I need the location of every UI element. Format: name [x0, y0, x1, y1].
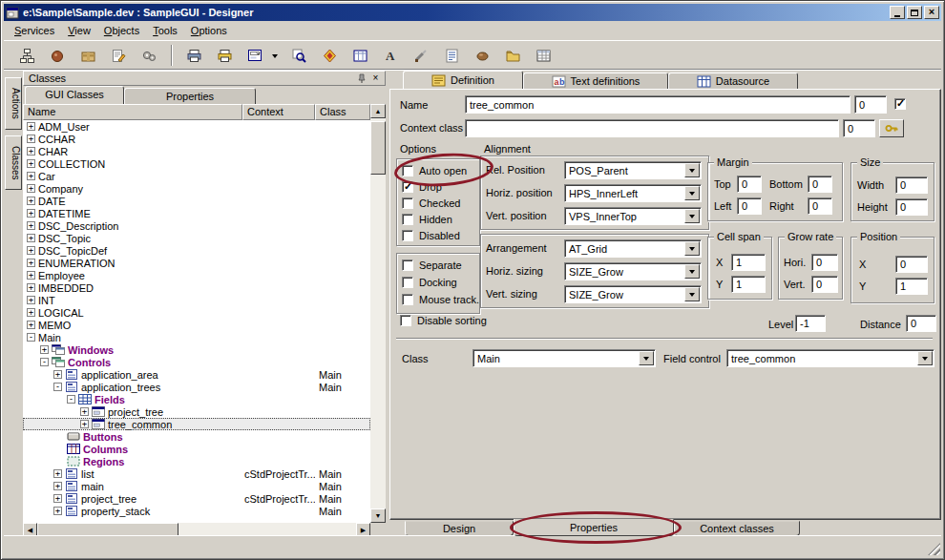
cell-span-x-input[interactable]: 1: [731, 254, 766, 271]
print-preview-icon[interactable]: [213, 44, 237, 68]
print-icon[interactable]: [182, 44, 206, 68]
tab-definition[interactable]: Definition: [403, 71, 523, 89]
select-vert-position[interactable]: VPS_InnerTop: [564, 207, 702, 225]
tree-row-property-stack[interactable]: +property_stackMain: [23, 505, 370, 517]
tree-row-employee[interactable]: +Employee: [23, 269, 370, 281]
context-class-input[interactable]: [465, 119, 839, 137]
expand-icon[interactable]: +: [27, 221, 35, 230]
tab-context-classes[interactable]: Context classes: [674, 521, 800, 536]
expand-icon[interactable]: +: [53, 370, 62, 379]
menu-item-options[interactable]: Options: [184, 23, 234, 38]
margin-top-input[interactable]: 0: [737, 176, 762, 193]
tree-row-windows[interactable]: +Windows: [23, 343, 370, 356]
option-auto-open[interactable]: Auto open: [402, 165, 467, 176]
report-icon[interactable]: [440, 44, 464, 68]
checkbox-separate[interactable]: [402, 259, 413, 271]
tree-row-imbedded[interactable]: +IMBEDDED: [23, 281, 370, 294]
tab-properties[interactable]: Properties: [514, 519, 674, 536]
checkbox-drop[interactable]: [402, 181, 413, 193]
option-checked[interactable]: Checked: [402, 197, 460, 209]
expand-icon[interactable]: +: [27, 135, 35, 143]
tools-icon[interactable]: [410, 44, 433, 68]
margin-right-input[interactable]: 0: [808, 197, 832, 215]
field-control-select[interactable]: tree_common: [726, 349, 934, 367]
edit-source-icon[interactable]: [107, 44, 131, 68]
expand-icon[interactable]: +: [53, 494, 62, 503]
chevron-down-icon[interactable]: [684, 209, 700, 223]
expand-icon[interactable]: +: [27, 246, 35, 255]
expand-icon[interactable]: +: [80, 407, 89, 416]
size-height-input[interactable]: 0: [895, 198, 928, 216]
name-index-input[interactable]: 0: [854, 95, 887, 114]
expand-icon[interactable]: +: [27, 283, 35, 292]
scroll-down-arrow[interactable]: ▼: [370, 508, 386, 523]
context-index-input[interactable]: 0: [843, 119, 875, 137]
side-tab-actions[interactable]: Actions: [5, 77, 22, 130]
expand-icon[interactable]: +: [27, 308, 35, 317]
tree-row-columns[interactable]: Columns: [23, 443, 370, 455]
tree-row-dsc-topicdef[interactable]: +DSC_TopicDef: [23, 244, 370, 257]
select-vert-sizing[interactable]: SIZE_Grow: [564, 285, 702, 303]
option-drop[interactable]: Drop: [402, 181, 442, 193]
select-arrangement[interactable]: AT_Grid: [564, 239, 702, 258]
expand-icon[interactable]: +: [40, 345, 49, 354]
tree-row-adm-user[interactable]: +ADM_User: [23, 120, 370, 133]
tree-row-company[interactable]: +Company: [23, 182, 370, 195]
margin-left-input[interactable]: 0: [737, 197, 762, 215]
expand-icon[interactable]: +: [53, 507, 62, 515]
expand-icon[interactable]: +: [53, 469, 62, 478]
position-x-input[interactable]: 0: [895, 256, 928, 273]
expand-icon[interactable]: +: [27, 234, 35, 242]
tab-text-definitions[interactable]: abText definitions: [523, 73, 668, 89]
column-header-name[interactable]: Name: [23, 104, 242, 120]
grow-rate-hori-input[interactable]: 0: [811, 254, 838, 271]
disable-sorting-option[interactable]: Disable sorting: [400, 315, 487, 326]
title-bar[interactable]: e:\Sample\Sample.dev : SampleGUI - Desig…: [4, 4, 941, 21]
tree-row-char[interactable]: +CHAR: [23, 145, 370, 157]
chevron-down-icon[interactable]: [684, 186, 700, 200]
close-icon[interactable]: ×: [368, 73, 383, 85]
theme-icon[interactable]: [471, 44, 494, 68]
tree-row-int[interactable]: +INT: [23, 294, 370, 306]
select-horiz-sizing[interactable]: SIZE_Grow: [564, 262, 702, 280]
tree-row-buttons[interactable]: Buttons: [23, 430, 370, 443]
expand-icon[interactable]: +: [27, 159, 35, 168]
option-docking[interactable]: Docking: [402, 277, 457, 288]
margin-bottom-input[interactable]: 0: [808, 176, 832, 193]
collapse-icon[interactable]: -: [27, 333, 35, 342]
chevron-down-icon[interactable]: [639, 351, 654, 365]
distance-input[interactable]: 0: [906, 315, 936, 332]
tree-row-dsc-description[interactable]: +DSC_Description: [23, 219, 370, 232]
chevron-down-icon[interactable]: [684, 241, 700, 256]
run-icon[interactable]: [46, 44, 70, 68]
resize-grip[interactable]: [928, 543, 940, 555]
grow-rate-vert-input[interactable]: 0: [811, 276, 838, 293]
disable-sorting-checkbox[interactable]: [400, 315, 411, 326]
chevron-down-icon[interactable]: [684, 287, 700, 301]
tree-row-list[interactable]: +listcStdProjectTr...Main: [23, 467, 370, 480]
folder-icon[interactable]: [501, 44, 525, 68]
data-grid-icon[interactable]: [532, 44, 556, 68]
column-header-class[interactable]: Class: [315, 104, 370, 120]
tree-row-regions[interactable]: Regions: [23, 455, 370, 467]
expand-icon[interactable]: +: [27, 147, 35, 156]
tree-vertical-scrollbar[interactable]: ▲ ▼: [370, 104, 386, 523]
tab-gui-classes[interactable]: GUI Classes: [25, 86, 124, 104]
expand-icon[interactable]: +: [27, 259, 35, 267]
tab-datasource[interactable]: Datasource: [668, 73, 798, 89]
expand-icon[interactable]: +: [27, 122, 35, 131]
pin-icon[interactable]: [354, 73, 368, 85]
tree-row-controls[interactable]: -Controls: [23, 356, 370, 368]
tree-row-fields[interactable]: -Fields: [23, 393, 370, 405]
tree-row-project-tree[interactable]: +project_treecStdProjectTr...Main: [23, 492, 370, 505]
menu-item-objects[interactable]: Objects: [97, 23, 146, 38]
select-horiz-position[interactable]: HPS_InnerLeft: [564, 184, 702, 202]
size-width-input[interactable]: 0: [895, 176, 928, 194]
level-input[interactable]: -1: [795, 315, 826, 332]
checkbox-hidden[interactable]: [402, 214, 413, 225]
menu-item-view[interactable]: View: [61, 23, 97, 38]
tree-row-tree-common[interactable]: +tree_common: [23, 418, 370, 430]
minimize-button[interactable]: [890, 6, 905, 19]
checkbox-disabled[interactable]: [402, 230, 413, 241]
tree-row-main[interactable]: +mainMain: [23, 480, 370, 492]
